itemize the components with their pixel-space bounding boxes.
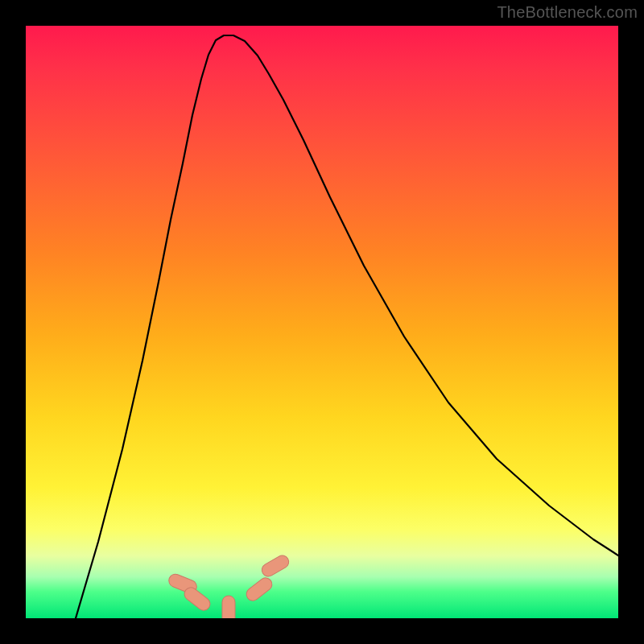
marker-left-2 <box>182 585 213 613</box>
watermark-text: TheBottleneck.com <box>497 3 638 22</box>
curve-markers <box>167 553 291 618</box>
bottleneck-curve <box>76 35 618 618</box>
marker-right-2 <box>259 553 291 579</box>
marker-right-1 <box>244 576 275 604</box>
chart-svg <box>26 26 618 618</box>
chart-frame: TheBottleneck.com <box>0 0 644 644</box>
plot-area <box>26 26 618 618</box>
marker-bottom <box>222 596 235 618</box>
